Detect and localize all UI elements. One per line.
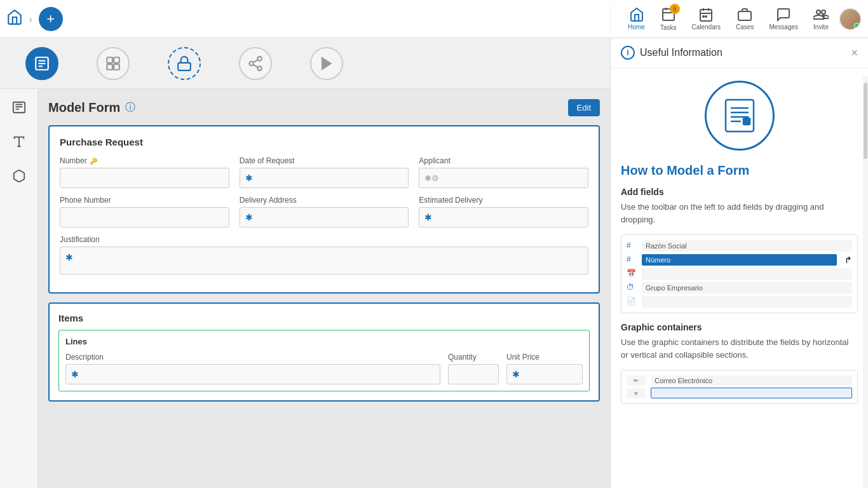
mini-field-numero: Número [642, 254, 837, 266]
field-phone: Phone Number [60, 196, 229, 227]
step-share[interactable] [239, 47, 272, 80]
field-applicant: Applicant ✱⚙ [419, 156, 588, 188]
page-info-icon[interactable]: ⓘ [125, 101, 135, 114]
form-row-1: Number 🔑 Date of Request ✱ Applicant ✱⚙ [60, 156, 588, 188]
mini-icon-edit: ✏ [627, 376, 646, 386]
field-delivery-addr: Delivery Address ✱ [240, 196, 409, 227]
rp-mini-preview-1: # Razón Social # Número ↱ 📅 ⏱ Grupo Empr… [621, 234, 858, 313]
rp-graphic-containers-title: Graphic containers [621, 322, 858, 332]
panel-close-button[interactable]: × [851, 46, 858, 60]
rp-main-heading: How to Model a Form [621, 163, 858, 178]
nav-calendars[interactable]: Calendars [686, 4, 726, 33]
mini-icon-2: # [627, 255, 637, 265]
panel-title-text: Useful Information [640, 47, 722, 58]
addr-required-star: ✱ [245, 212, 253, 222]
step-fields[interactable] [97, 47, 130, 80]
input-applicant[interactable]: ✱⚙ [419, 168, 588, 188]
mini-field-correo: Correo Electrónico [651, 376, 852, 385]
mini-field-highlighted [651, 388, 852, 398]
input-date[interactable]: ✱ [240, 168, 409, 188]
step-form-circle [25, 47, 58, 80]
input-description[interactable]: ✱ [65, 364, 440, 384]
svg-point-22 [257, 66, 262, 71]
svg-rect-19 [178, 62, 191, 70]
mini-field-empty-1 [642, 268, 852, 280]
mini-field-razon-social: Razón Social [642, 240, 852, 252]
mini-field-empty-2 [642, 296, 852, 308]
step-form[interactable] [25, 47, 58, 80]
tool-cube[interactable] [7, 164, 31, 188]
step-permissions-circle [168, 47, 201, 80]
edit-button[interactable]: Edit [568, 99, 600, 116]
field-unit-price: Unit Price ✱ [506, 353, 583, 384]
lines-title: Lines [65, 337, 583, 346]
field-description: Description ✱ [65, 353, 440, 384]
main-content: Model Form ⓘ Edit Purchase Request Numbe… [38, 89, 610, 488]
mini-right-fields: Correo Electrónico [651, 376, 852, 398]
mini-icon-list: ≡ [627, 388, 646, 398]
nav-invite[interactable]: Invite [808, 4, 834, 33]
svg-marker-25 [322, 57, 331, 70]
mini-row-5: 📄 [627, 296, 852, 308]
input-estimated-delivery[interactable]: ✱ [419, 207, 588, 227]
svg-point-9 [705, 16, 707, 17]
tool-text[interactable] [7, 130, 31, 154]
svg-line-23 [253, 64, 257, 67]
rp-add-fields-desc: Use the toolbar on the left to add field… [621, 201, 858, 226]
est-required-star: ✱ [424, 212, 432, 222]
label-date: Date of Request [240, 156, 409, 165]
logo-icon[interactable] [6, 9, 23, 29]
nav-messages[interactable]: Messages [764, 4, 803, 33]
svg-rect-18 [114, 64, 119, 70]
breadcrumb-chevron: › [29, 14, 32, 24]
step-permissions[interactable] [168, 47, 201, 80]
items-section: Items Lines Description ✱ Quantity [48, 302, 600, 402]
label-number: Number 🔑 [60, 156, 229, 165]
tasks-badge: 8 [670, 4, 680, 14]
step-play[interactable] [310, 47, 343, 80]
nav-home[interactable]: Home [623, 4, 650, 33]
step-share-circle [239, 47, 272, 80]
input-justification[interactable]: ✱ [60, 247, 588, 274]
mini-icon-1: # [627, 241, 637, 251]
rp-hero [621, 81, 858, 151]
right-panel-title-wrap: i Useful Information [621, 46, 722, 60]
svg-point-21 [249, 61, 254, 65]
lines-table: Lines Description ✱ Quantity [58, 330, 590, 391]
avatar-online-dot [854, 23, 860, 29]
input-phone[interactable] [60, 207, 229, 227]
page-title: Model Form [48, 100, 120, 115]
label-description: Description [65, 353, 440, 362]
input-number[interactable] [60, 168, 229, 188]
mini-left-icons: ✏ ≡ [627, 376, 646, 398]
tool-text-block[interactable] [7, 95, 31, 119]
mini-field-grupo: Grupo Empresario [642, 282, 852, 294]
tasks-label: Tasks [660, 24, 677, 31]
right-panel-header: i Useful Information × [611, 38, 868, 68]
mini-row-2: # Número ↱ [627, 254, 852, 266]
avatar[interactable] [839, 8, 862, 30]
input-delivery-addr[interactable]: ✱ [240, 207, 409, 227]
mini-row-3: 📅 [627, 268, 852, 280]
svg-rect-16 [114, 57, 119, 63]
workflow-bar [0, 38, 610, 89]
rp-graphic-containers-desc: Use the graphic containers to distribute… [621, 336, 858, 361]
nav-tasks[interactable]: 8 Tasks [655, 4, 682, 34]
label-applicant: Applicant [419, 156, 588, 165]
field-quantity: Quantity [448, 353, 499, 384]
nav-cases[interactable]: Cases [731, 4, 759, 33]
input-quantity[interactable] [448, 364, 499, 384]
label-unit-price: Unit Price [506, 353, 583, 362]
lines-row: Description ✱ Quantity Unit Price [65, 353, 583, 384]
cases-label: Cases [736, 24, 754, 30]
rp-add-fields-title: Add fields [621, 187, 858, 197]
rp-hero-circle [705, 81, 775, 151]
svg-point-8 [703, 16, 704, 17]
svg-line-24 [253, 60, 257, 62]
input-unit-price[interactable]: ✱ [506, 364, 583, 384]
nav-left: › + [0, 7, 610, 31]
desc-required-star: ✱ [71, 369, 79, 379]
just-required-star: ✱ [65, 252, 73, 262]
add-button[interactable]: + [39, 7, 63, 31]
messages-label: Messages [769, 24, 798, 30]
